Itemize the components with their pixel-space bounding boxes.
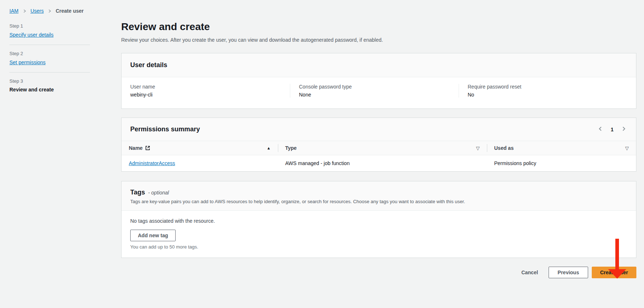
footer-actions: Cancel Previous Create user	[121, 267, 636, 278]
chevron-left-icon	[598, 126, 603, 133]
tags-title-row: Tags - optional	[130, 189, 627, 196]
tags-body: No tags associated with the resource. Ad…	[122, 211, 636, 258]
step-3-current-review-and-create: Review and create	[9, 87, 90, 93]
filter-icon[interactable]: ▽	[625, 145, 629, 151]
column-header-name[interactable]: Name ▲	[122, 141, 278, 155]
step-divider	[9, 72, 90, 73]
previous-button[interactable]: Previous	[549, 267, 588, 278]
field-console-password-type: Console password type None	[290, 84, 459, 98]
step-3-label: Step 3	[9, 78, 90, 84]
breadcrumb-current: Create user	[56, 8, 83, 14]
breadcrumb-link-iam[interactable]: IAM	[9, 8, 19, 14]
field-user-name: User name webiny-cli	[130, 84, 290, 98]
step-1-label: Step 1	[9, 23, 90, 29]
filter-icon[interactable]: ▽	[476, 145, 480, 151]
breadcrumb: IAM Users Create user	[9, 8, 90, 14]
page-title: Review and create	[121, 20, 636, 33]
tags-optional-suffix: - optional	[148, 190, 169, 196]
column-type-label: Type	[285, 145, 297, 151]
sort-ascending-icon[interactable]: ▲	[267, 146, 271, 150]
permissions-summary-card: Permissions summary 1	[121, 118, 636, 172]
column-name-label: Name	[129, 145, 143, 151]
tags-limit-note: You can add up to 50 more tags.	[130, 244, 627, 250]
policy-link-administrator-access[interactable]: AdministratorAccess	[129, 160, 175, 166]
left-rail: IAM Users Create user Step 1 Specify use…	[9, 8, 90, 93]
user-name-label: User name	[130, 84, 290, 90]
pagination-previous-button[interactable]	[597, 125, 604, 134]
user-details-title: User details	[130, 61, 167, 69]
permissions-table-header: Name ▲ Type ▽	[122, 141, 636, 155]
table-row: AdministratorAccess AWS managed - job fu…	[122, 155, 636, 171]
create-user-button[interactable]: Create user	[592, 267, 636, 278]
user-details-card: User details User name webiny-cli Consol…	[121, 53, 636, 109]
console-password-type-label: Console password type	[299, 84, 459, 90]
wizard-step-2: Step 2 Set permissions	[9, 51, 90, 66]
add-new-tag-button[interactable]: Add new tag	[130, 230, 176, 241]
page-description: Review your choices. After you create th…	[121, 36, 636, 44]
wizard-step-3: Step 3 Review and create	[9, 78, 90, 93]
chevron-right-icon	[47, 9, 52, 13]
column-used-as-label: Used as	[494, 145, 514, 151]
tags-description: Tags are key-value pairs you can add to …	[130, 198, 627, 205]
column-header-used-as[interactable]: Used as ▽	[487, 141, 636, 155]
cell-policy-name: AdministratorAccess	[122, 155, 278, 171]
require-password-reset-value: No	[468, 92, 627, 98]
pagination: 1	[597, 125, 627, 134]
permissions-summary-header: Permissions summary 1	[122, 118, 636, 141]
main-content: Review and create Review your choices. A…	[121, 0, 636, 278]
cell-used-as: Permissions policy	[487, 155, 636, 171]
chevron-right-icon	[621, 126, 627, 133]
step-2-link-set-permissions[interactable]: Set permissions	[9, 59, 46, 65]
breadcrumb-link-users[interactable]: Users	[30, 8, 44, 14]
iam-create-user-page: IAM Users Create user Step 1 Specify use…	[0, 0, 644, 308]
tags-empty-message: No tags associated with the resource.	[130, 218, 627, 224]
wizard-step-1: Step 1 Specify user details	[9, 23, 90, 38]
column-header-type[interactable]: Type ▽	[278, 141, 487, 155]
field-require-password-reset: Require password reset No	[459, 84, 627, 98]
wizard-steps: Step 1 Specify user details Step 2 Set p…	[9, 23, 90, 93]
require-password-reset-label: Require password reset	[468, 84, 627, 90]
user-details-body: User name webiny-cli Console password ty…	[122, 77, 636, 108]
cell-policy-type: AWS managed - job function	[278, 155, 487, 171]
tags-header: Tags - optional Tags are key-value pairs…	[122, 181, 636, 211]
user-details-header: User details	[122, 53, 636, 77]
permissions-summary-title: Permissions summary	[130, 126, 200, 133]
cancel-button[interactable]: Cancel	[514, 267, 545, 278]
pagination-next-button[interactable]	[620, 125, 627, 134]
tags-card: Tags - optional Tags are key-value pairs…	[121, 181, 636, 258]
chevron-right-icon	[22, 9, 27, 13]
console-password-type-value: None	[299, 92, 459, 98]
pagination-page-1[interactable]: 1	[609, 126, 615, 133]
step-1-link-specify-user-details[interactable]: Specify user details	[9, 32, 53, 38]
tags-title: Tags	[130, 189, 145, 196]
step-divider	[9, 45, 90, 45]
external-link-icon	[145, 145, 150, 151]
step-2-label: Step 2	[9, 51, 90, 56]
user-name-value: webiny-cli	[130, 92, 290, 98]
